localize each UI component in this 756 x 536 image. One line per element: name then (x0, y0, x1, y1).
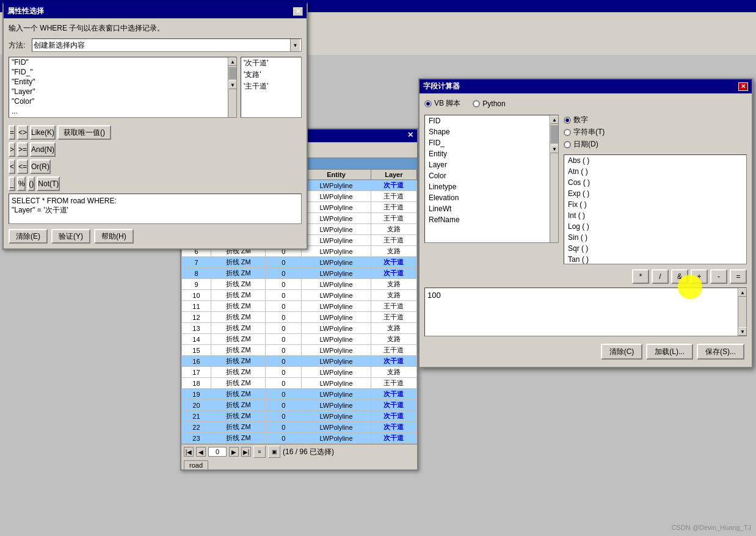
help-btn[interactable]: 帮助(H) (94, 229, 134, 244)
type-date[interactable]: 日期(D) (564, 139, 747, 150)
func-exp[interactable]: Exp ( ) (564, 188, 746, 199)
calc-clear-btn[interactable]: 清除(C) (601, 344, 643, 360)
op-under[interactable]: _ (9, 176, 15, 191)
get-unique-btn[interactable]: 获取唯一值() (57, 125, 111, 140)
func-cos[interactable]: Cos ( ) (564, 177, 746, 188)
table-row[interactable]: 18折线 ZM0LWPolyline王干道 (182, 378, 417, 389)
table-row[interactable]: 8折线 ZM0LWPolyline次干道 (182, 268, 417, 279)
calc-field-linetype[interactable]: Linetype (425, 181, 558, 192)
table-row[interactable]: 14折线 ZM0LWPolyline支路 (182, 334, 417, 345)
op-multiply[interactable]: * (632, 269, 649, 284)
op-lt[interactable]: < (9, 159, 15, 174)
table-close-btn[interactable]: ✕ (407, 131, 413, 141)
expr-scroll-down[interactable]: ▼ (738, 327, 747, 336)
nav-prev[interactable]: ◀ (196, 447, 206, 457)
show-all-btn[interactable]: ≡ (253, 446, 266, 458)
show-sel-btn[interactable]: ▣ (268, 446, 280, 458)
op-minus[interactable]: - (710, 269, 727, 284)
table-row[interactable]: 20折线 ZM0LWPolyline次干道 (182, 400, 417, 411)
table-row[interactable]: 19折线 ZM0LWPolyline次干道 (182, 389, 417, 400)
op-parens[interactable]: () (27, 176, 35, 191)
val-item-0[interactable]: '次干道' (241, 57, 301, 69)
calc-field-fid_[interactable]: FID_ (425, 137, 558, 148)
field-item-fid_[interactable]: "FID_" (9, 67, 236, 77)
calc-scroll-up[interactable]: ▲ (550, 115, 559, 124)
func-atn[interactable]: Atn ( ) (564, 166, 746, 177)
method-select-arrow[interactable]: ▼ (290, 39, 300, 51)
table-row[interactable]: 12折线 ZM0LWPolyline王干道 (182, 312, 417, 323)
calc-field-elevation[interactable]: Elevation (425, 192, 558, 203)
func-int[interactable]: Int ( ) (564, 210, 746, 221)
calc-field-color[interactable]: Color (425, 170, 558, 181)
field-item-layer[interactable]: "Layer" (9, 87, 236, 96)
op-or[interactable]: Or(R) (30, 159, 51, 174)
tab-road[interactable]: road (184, 460, 208, 469)
expr-scrollbar[interactable]: ▲ ▼ (738, 288, 746, 336)
calc-scroll-thumb[interactable] (551, 125, 558, 143)
op-ne[interactable]: <> (17, 125, 28, 140)
op-lte[interactable]: <= (17, 159, 28, 174)
table-row[interactable]: 23折线 ZM0LWPolyline次干道 (182, 433, 417, 444)
calc-field-refname[interactable]: RefName (425, 214, 558, 225)
verify-btn[interactable]: 验证(Y) (51, 229, 90, 244)
attr-dialog-close[interactable]: ✕ (293, 7, 303, 16)
table-row[interactable]: 21折线 ZM0LWPolyline次干道 (182, 411, 417, 422)
string-radio[interactable] (564, 129, 571, 136)
func-log[interactable]: Log ( ) (564, 221, 746, 232)
record-input[interactable] (208, 447, 227, 457)
table-row[interactable]: 16折线 ZM0LWPolyline次干道 (182, 356, 417, 367)
op-like[interactable]: Like(K) (30, 125, 56, 140)
fields-scroll-thumb[interactable] (229, 67, 236, 79)
func-fix[interactable]: Fix ( ) (564, 199, 746, 210)
op-eq[interactable]: = (9, 125, 15, 140)
op-equals[interactable]: = (730, 269, 747, 284)
calc-field-layer[interactable]: Layer (425, 159, 558, 170)
calc-field-linewt[interactable]: LineWt (425, 203, 558, 214)
table-row[interactable]: 9折线 ZM0LWPolyline支路 (182, 279, 417, 290)
func-sin[interactable]: Sin ( ) (564, 232, 746, 243)
op-gt[interactable]: > (9, 142, 15, 157)
python-radio[interactable] (473, 100, 480, 107)
nav-last[interactable]: ▶| (241, 447, 251, 457)
op-divide[interactable]: / (652, 269, 669, 284)
clear-btn[interactable]: 清除(E) (9, 229, 48, 244)
fields-scrollbar[interactable]: ▲ ▼ (228, 57, 236, 117)
val-item-1[interactable]: '支路' (241, 69, 301, 81)
calc-field-entity[interactable]: Entity (425, 148, 558, 159)
method-select[interactable]: 创建新选择内容 ▼ (32, 38, 302, 52)
table-row[interactable]: 13折线 ZM0LWPolyline支路 (182, 323, 417, 334)
calc-field-fid[interactable]: FID (425, 115, 558, 126)
calc-load-btn[interactable]: 加载(L)... (646, 344, 693, 360)
calc-field-shape[interactable]: Shape (425, 126, 558, 137)
table-row[interactable]: 17折线 ZM0LWPolyline支路 (182, 367, 417, 378)
func-sqr[interactable]: Sqr ( ) (564, 243, 746, 254)
nav-next[interactable]: ▶ (229, 447, 239, 457)
op-and[interactable]: And(N) (30, 142, 56, 157)
field-item-entity[interactable]: "Entity" (9, 77, 236, 87)
field-item-color[interactable]: "Color" (9, 96, 236, 106)
python-option[interactable]: Python (473, 100, 505, 108)
nav-first[interactable]: |◀ (184, 447, 194, 457)
sql-box[interactable]: SELECT * FROM road WHERE: "Layer" = '次干道… (9, 194, 302, 224)
date-radio[interactable] (564, 141, 571, 148)
func-tan[interactable]: Tan ( ) (564, 254, 746, 264)
table-row[interactable]: 15折线 ZM0LWPolyline王干道 (182, 345, 417, 356)
type-number[interactable]: 数字 (564, 115, 747, 125)
calc-fields-scrollbar[interactable]: ▲ ▼ (550, 115, 558, 242)
type-string[interactable]: 字符串(T) (564, 127, 747, 137)
op-pct[interactable]: % (17, 176, 26, 191)
table-row[interactable]: 22折线 ZM0LWPolyline次干道 (182, 422, 417, 433)
func-abs[interactable]: Abs ( ) (564, 155, 746, 166)
field-item-fid[interactable]: "FID" (9, 57, 236, 67)
table-row[interactable]: 7折线 ZM0LWPolyline次干道 (182, 257, 417, 268)
calc-save-btn[interactable]: 保存(S)... (697, 344, 744, 360)
fields-scroll-up[interactable]: ▲ (228, 57, 237, 66)
vb-radio[interactable] (424, 100, 432, 107)
calc-scroll-down[interactable]: ▼ (550, 145, 559, 153)
expr-scroll-up[interactable]: ▲ (738, 288, 747, 297)
val-item-2[interactable]: '主干道' (241, 81, 301, 92)
op-not[interactable]: Not(T) (37, 176, 60, 191)
fields-scroll-down[interactable]: ▼ (228, 81, 237, 89)
op-gte[interactable]: >= (17, 142, 28, 157)
table-row[interactable]: 11折线 ZM0LWPolyline王干道 (182, 301, 417, 312)
